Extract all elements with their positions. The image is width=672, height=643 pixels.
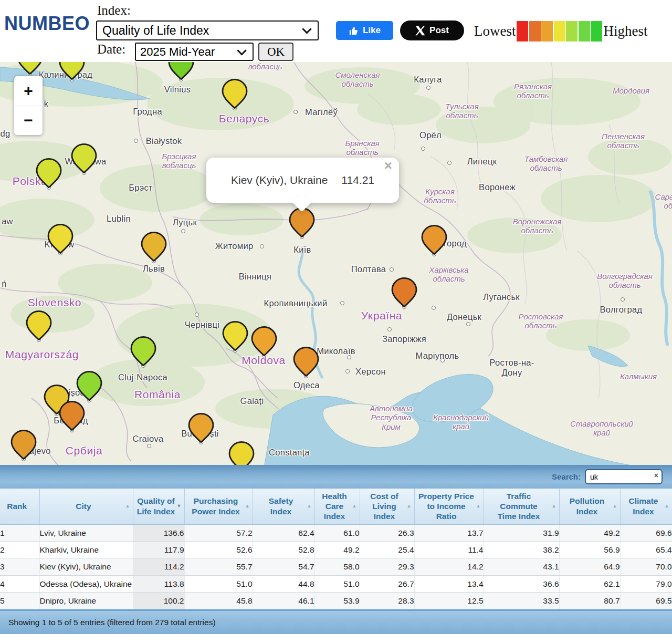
map-marker[interactable] (9, 429, 38, 460)
city-dot (432, 306, 436, 310)
column-header[interactable]: City▲ (39, 489, 133, 524)
facebook-like-button[interactable]: Like (336, 21, 393, 40)
map-marker[interactable] (390, 277, 418, 307)
city-index-table: RankCity▲Quality of Life Index▼Purchasin… (0, 489, 672, 609)
date-label: Date: (97, 42, 125, 57)
map-marker[interactable] (221, 320, 249, 351)
map-marker[interactable] (187, 412, 215, 443)
map-marker[interactable] (140, 231, 168, 262)
map-marker[interactable] (16, 62, 44, 75)
map-marker[interactable] (129, 336, 158, 366)
column-header[interactable]: Health Care Index▲ (314, 489, 360, 524)
value-cell: 64.9 (559, 558, 620, 575)
value-cell: 44.8 (253, 575, 314, 592)
city-cell: Kiev (Kyiv), Ukraine (39, 558, 133, 575)
map-marker[interactable] (46, 223, 75, 254)
value-cell: 61.0 (314, 524, 360, 541)
date-select[interactable]: 2025 Mid-Year (135, 43, 254, 61)
value-cell: 57.2 (184, 524, 253, 541)
value-cell: 49.2 (559, 524, 620, 541)
table-body: 1Lviv, Ukraine136.657.262.461.026.313.73… (0, 524, 672, 609)
city-dot (195, 313, 199, 317)
city-cell: Lviv, Ukraine (39, 524, 133, 541)
city-dot (390, 267, 394, 272)
map-marker[interactable] (70, 143, 98, 173)
table-row: 1Lviv, Ukraine136.657.262.461.026.313.73… (0, 524, 672, 541)
value-cell: 62.4 (253, 524, 314, 541)
zoom-in-button[interactable]: + (14, 76, 43, 106)
map-marker[interactable] (75, 370, 103, 401)
column-label: Safety Index (269, 496, 293, 515)
value-cell: 13.4 (414, 575, 484, 592)
numbeo-logo[interactable]: NUMBEO (4, 13, 90, 35)
value-cell: 51.0 (314, 575, 360, 592)
city-dot (340, 301, 344, 305)
value-cell: 38.2 (484, 541, 559, 558)
value-cell: 36.6 (484, 575, 559, 592)
column-header[interactable]: Traffic Commute Time Index▲ (484, 489, 559, 524)
column-header[interactable]: Purchasing Power Index▲ (184, 489, 253, 524)
ok-button[interactable]: OK (258, 43, 293, 61)
map-marker[interactable] (292, 346, 320, 377)
value-cell: 136.6 (133, 524, 184, 541)
city-index-table-section: Search: × RankCity▲Quality of Life Index… (0, 465, 672, 634)
column-header[interactable]: Property Price to Income Ratio▲ (414, 489, 484, 524)
post-label: Post (429, 25, 449, 36)
search-clear-icon[interactable]: × (654, 472, 658, 479)
map-marker[interactable] (167, 62, 195, 80)
value-cell: 114.2 (133, 558, 184, 575)
value-cell: 29.3 (360, 558, 414, 575)
column-label: City (76, 502, 91, 511)
value-cell: 80.7 (559, 593, 620, 609)
sort-asc-icon: ▲ (245, 503, 250, 509)
value-cell: 113.8 (133, 575, 184, 592)
column-header[interactable]: Safety Index▲ (253, 489, 314, 524)
map-marker[interactable] (288, 207, 316, 237)
sort-desc-icon: ▼ (177, 503, 182, 509)
sort-asc-icon: ▲ (476, 503, 481, 509)
popup-close-icon[interactable]: × (384, 159, 392, 172)
table-toolbar: Search: × (0, 465, 672, 489)
map-marker[interactable] (58, 62, 86, 80)
map-marker[interactable] (25, 310, 53, 340)
value-cell: 69.6 (620, 524, 672, 541)
map-marker[interactable] (220, 78, 249, 109)
x-post-button[interactable]: Post (400, 20, 464, 40)
sort-asc-icon: ▲ (665, 503, 669, 509)
column-header[interactable]: Climate Index▲ (620, 489, 672, 524)
city-dot (134, 139, 138, 143)
value-cell: 58.0 (314, 558, 360, 575)
column-header[interactable]: Quality of Life Index▼ (133, 489, 184, 524)
page-header: NUMBEO Index: Quality of Life Index Date… (0, 0, 672, 62)
map-marker[interactable] (227, 441, 256, 465)
search-input[interactable] (585, 469, 663, 484)
column-header[interactable]: Pollution Index▲ (559, 489, 620, 524)
date-select-value: 2025 Mid-Year (140, 45, 215, 59)
value-cell: 69.5 (620, 593, 672, 609)
legend-swatch (554, 21, 565, 42)
column-header[interactable]: Cost of Living Index▲ (360, 489, 414, 524)
zoom-out-button[interactable]: − (14, 106, 43, 136)
value-cell: 55.7 (184, 558, 253, 575)
index-select[interactable]: Quality of Life Index (96, 20, 319, 40)
city-dot (621, 297, 625, 302)
legend-swatch (579, 21, 590, 42)
value-cell: 52.8 (253, 541, 314, 558)
search-box: × (585, 469, 663, 484)
city-dot (466, 322, 470, 326)
map-marker[interactable] (250, 326, 278, 356)
map-marker[interactable] (420, 224, 448, 255)
map-marker[interactable] (35, 158, 63, 188)
value-cell: 28.3 (360, 593, 414, 609)
value-cell: 14.2 (414, 558, 484, 575)
map-marker[interactable] (58, 400, 86, 431)
city-cell: Kharkiv, Ukraine (39, 541, 133, 558)
column-header[interactable]: Rank (0, 489, 39, 524)
map[interactable]: КалининградVilniusГроднаМагілёўBiałystok… (0, 62, 672, 465)
value-cell: 100.2 (133, 593, 184, 609)
popup-city: Kiev (Kyiv), Ukraine (231, 174, 328, 186)
chevron-down-icon (237, 46, 246, 55)
map-background (0, 62, 672, 465)
table-row: 3Kiev (Kyiv), Ukraine114.255.754.758.029… (0, 558, 672, 575)
city-cell: Dnipro, Ukraine (39, 593, 133, 609)
